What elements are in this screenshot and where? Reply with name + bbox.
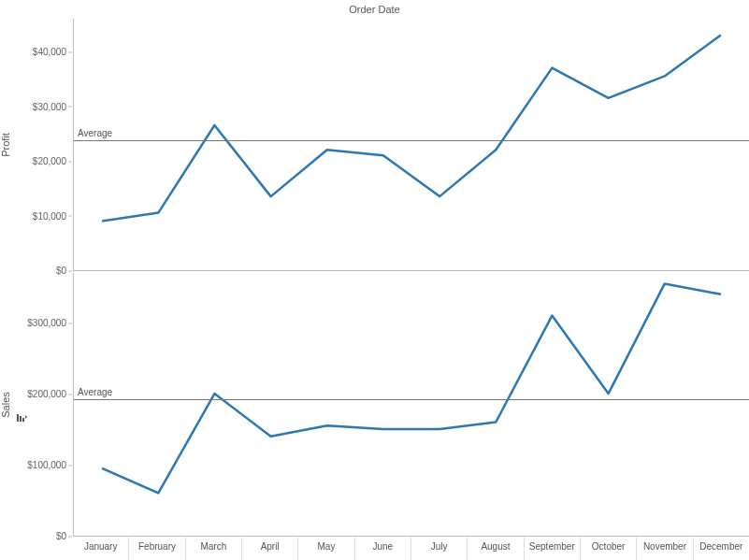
sales-axis-label: Sales [0,392,11,418]
profit-panel: Profit $0$10,000$20,000$30,000$40,000Ave… [0,19,749,271]
x-tick[interactable]: July [411,538,467,560]
y-tick: $300,000 [27,318,66,328]
average-reference-label: Average [78,129,112,139]
y-tick: $100,000 [27,460,66,470]
y-tick: $40,000 [33,47,66,57]
profit-axis-label: Profit [0,133,11,157]
x-tick[interactable]: March [185,538,241,560]
x-tick[interactable]: April [241,538,297,560]
x-tick[interactable]: August [467,538,523,560]
chart-container: Order Date Profit $0$10,000$20,000$30,00… [0,0,749,560]
average-reference-label: Average [78,388,112,398]
sort-icon[interactable] [17,412,28,424]
sales-plot-area[interactable]: $0$100,000$200,000$300,000Average [73,273,749,537]
profit-line [74,19,749,270]
x-axis: JanuaryFebruaryMarchAprilMayJuneJulyAugu… [73,538,749,560]
x-tick[interactable]: June [354,538,411,560]
profit-plot-area[interactable]: $0$10,000$20,000$30,000$40,000Average [73,19,749,271]
y-tick: $30,000 [33,101,66,111]
x-tick[interactable]: January [73,538,128,560]
svg-rect-0 [17,414,19,422]
x-tick[interactable]: May [297,538,353,560]
chart-title: Order Date [0,4,749,15]
average-reference-line [74,399,749,400]
y-tick: $0 [56,531,66,541]
x-tick[interactable]: September [524,538,580,560]
x-tick[interactable]: February [128,538,184,560]
x-tick[interactable]: December [693,538,749,560]
svg-rect-2 [22,418,24,422]
y-tick: $20,000 [33,156,66,166]
x-tick[interactable]: October [580,538,636,560]
y-tick: $200,000 [27,389,66,399]
x-tick[interactable]: November [636,538,692,560]
sales-line [74,273,749,536]
y-tick: $10,000 [33,210,66,221]
svg-rect-1 [20,416,22,422]
sales-panel: Sales $0$100,000$200,000$300,000Average [0,273,749,537]
average-reference-line [74,140,749,141]
